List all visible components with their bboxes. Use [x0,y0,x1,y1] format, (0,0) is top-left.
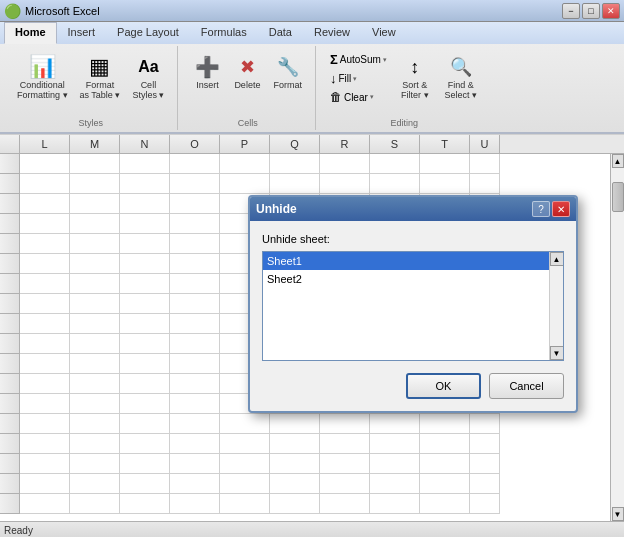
grid-cell[interactable] [20,274,70,294]
autosum-button[interactable]: Σ AutoSum ▾ [326,50,391,69]
list-item-sheet1[interactable]: Sheet1 [263,252,563,270]
grid-cell[interactable] [120,474,170,494]
grid-cell[interactable] [270,154,320,174]
grid-cell[interactable] [220,454,270,474]
grid-cell[interactable] [420,494,470,514]
conditional-formatting-button[interactable]: 📊 ConditionalFormatting ▾ [12,50,73,104]
grid-cell[interactable] [70,314,120,334]
col-header-U[interactable]: U [470,135,500,153]
grid-cell[interactable] [20,434,70,454]
col-header-O[interactable]: O [170,135,220,153]
grid-cell[interactable] [70,374,120,394]
dialog-close-button[interactable]: ✕ [552,201,570,217]
grid-cell[interactable] [470,174,500,194]
grid-cell[interactable] [20,394,70,414]
tab-home[interactable]: Home [4,22,57,44]
grid-cell[interactable] [120,374,170,394]
dialog-help-button[interactable]: ? [532,201,550,217]
grid-cell[interactable] [270,434,320,454]
scrollbar-thumb[interactable] [612,182,624,212]
grid-cell[interactable] [70,214,120,234]
grid-cell[interactable] [170,214,220,234]
grid-cell[interactable] [120,174,170,194]
sort-filter-button[interactable]: ↕ Sort &Filter ▾ [393,50,437,104]
grid-cell[interactable] [20,214,70,234]
grid-cell[interactable] [20,494,70,514]
grid-cell[interactable] [170,154,220,174]
restore-button[interactable]: □ [582,3,600,19]
grid-cell[interactable] [120,454,170,474]
grid-cell[interactable] [170,394,220,414]
scroll-up-arrow[interactable]: ▲ [612,154,624,168]
grid-cell[interactable] [70,294,120,314]
col-header-Q[interactable]: Q [270,135,320,153]
grid-cell[interactable] [20,354,70,374]
tab-page-layout[interactable]: Page Layout [106,22,190,44]
tab-view[interactable]: View [361,22,407,44]
grid-cell[interactable] [70,394,120,414]
grid-cell[interactable] [220,434,270,454]
grid-cell[interactable] [220,474,270,494]
delete-button[interactable]: ✖ Delete [228,50,266,94]
list-item-sheet2[interactable]: Sheet2 [263,270,563,288]
grid-cell[interactable] [170,434,220,454]
col-header-L[interactable]: L [20,135,70,153]
grid-cell[interactable] [120,394,170,414]
fill-button[interactable]: ↓ Fill ▾ [326,69,391,88]
grid-cell[interactable] [420,414,470,434]
grid-cell[interactable] [120,314,170,334]
grid-cell[interactable] [20,314,70,334]
col-header-S[interactable]: S [370,135,420,153]
grid-cell[interactable] [170,314,220,334]
grid-cell[interactable] [120,334,170,354]
grid-cell[interactable] [70,274,120,294]
grid-cell[interactable] [370,414,420,434]
grid-cell[interactable] [270,474,320,494]
grid-cell[interactable] [120,254,170,274]
grid-cell[interactable] [420,174,470,194]
grid-cell[interactable] [20,414,70,434]
col-header-M[interactable]: M [70,135,120,153]
grid-cell[interactable] [20,154,70,174]
listbox-scroll-down[interactable]: ▼ [550,346,564,360]
grid-cell[interactable] [170,354,220,374]
grid-cell[interactable] [170,494,220,514]
close-button[interactable]: ✕ [602,3,620,19]
grid-cell[interactable] [220,494,270,514]
grid-cell[interactable] [270,414,320,434]
grid-cell[interactable] [120,434,170,454]
grid-cell[interactable] [20,374,70,394]
grid-cell[interactable] [170,454,220,474]
grid-cell[interactable] [470,414,500,434]
format-button[interactable]: 🔧 Format [268,50,307,94]
grid-cell[interactable] [470,494,500,514]
grid-cell[interactable] [220,154,270,174]
grid-cell[interactable] [170,414,220,434]
grid-cell[interactable] [420,474,470,494]
col-header-T[interactable]: T [420,135,470,153]
tab-insert[interactable]: Insert [57,22,107,44]
grid-cell[interactable] [20,234,70,254]
grid-cell[interactable] [220,414,270,434]
grid-cell[interactable] [70,334,120,354]
grid-cell[interactable] [220,174,270,194]
grid-cell[interactable] [370,434,420,454]
grid-cell[interactable] [320,474,370,494]
scroll-down-arrow[interactable]: ▼ [612,507,624,521]
grid-cell[interactable] [170,374,220,394]
tab-review[interactable]: Review [303,22,361,44]
col-header-N[interactable]: N [120,135,170,153]
grid-cell[interactable] [120,194,170,214]
grid-cell[interactable] [320,414,370,434]
grid-cell[interactable] [320,454,370,474]
minimize-button[interactable]: − [562,3,580,19]
grid-cell[interactable] [320,154,370,174]
grid-cell[interactable] [120,234,170,254]
grid-cell[interactable] [470,454,500,474]
grid-cell[interactable] [370,454,420,474]
grid-cell[interactable] [170,194,220,214]
grid-cell[interactable] [270,174,320,194]
grid-cell[interactable] [370,154,420,174]
grid-cell[interactable] [20,454,70,474]
ok-button[interactable]: OK [406,373,481,399]
